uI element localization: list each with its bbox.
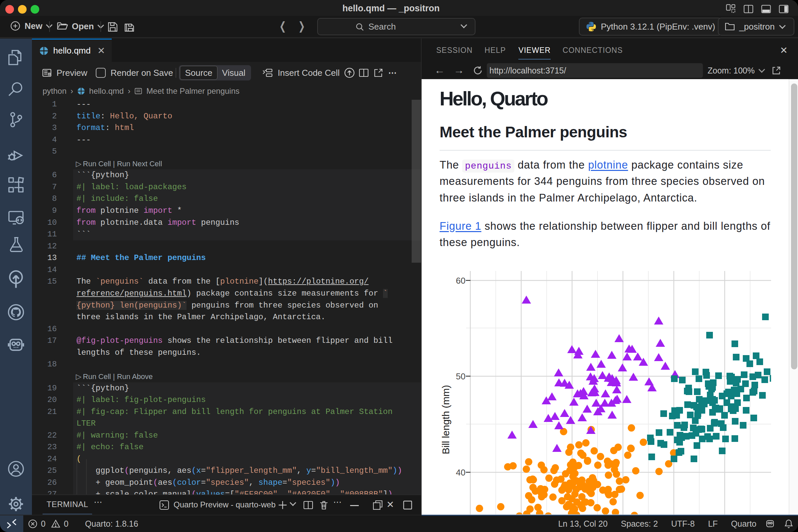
svg-text:60: 60 [456, 276, 466, 286]
svg-text:40: 40 [456, 468, 466, 477]
svg-text:50: 50 [456, 372, 466, 381]
svg-text:Bill length (mm): Bill length (mm) [440, 385, 451, 454]
